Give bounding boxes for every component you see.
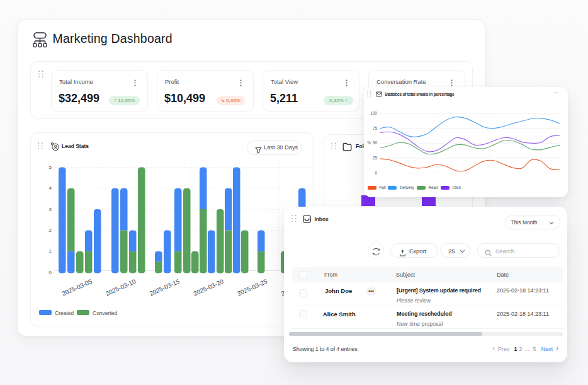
svg-text:50: 50 xyxy=(373,141,378,145)
svg-text:25: 25 xyxy=(373,156,378,160)
svg-text:%: % xyxy=(367,141,371,145)
svg-text:100: 100 xyxy=(370,111,377,115)
svg-text:75: 75 xyxy=(373,126,378,130)
svg-text:0: 0 xyxy=(375,171,377,175)
